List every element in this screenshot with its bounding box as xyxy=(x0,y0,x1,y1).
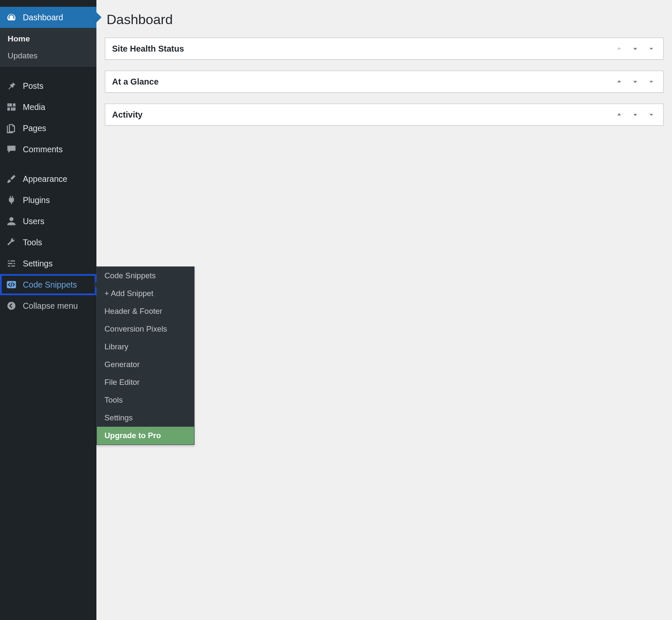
flyout-item-add-snippet[interactable]: + Add Snippet xyxy=(97,285,194,302)
sidebar-item-appearance[interactable]: Appearance xyxy=(0,168,96,189)
postbox-actions xyxy=(614,110,656,120)
postbox-header: Activity xyxy=(105,104,663,125)
submenu-item-home[interactable]: Home xyxy=(0,30,96,47)
sidebar-item-code-snippets[interactable]: Code Snippets xyxy=(0,274,96,295)
move-up-icon[interactable] xyxy=(614,110,624,120)
flyout-item-settings[interactable]: Settings xyxy=(97,409,194,427)
flyout-item-file-editor[interactable]: File Editor xyxy=(97,373,194,391)
move-down-icon[interactable] xyxy=(630,77,640,87)
flyout-item-upgrade[interactable]: Upgrade to Pro xyxy=(97,427,194,444)
sidebar-item-label: Dashboard xyxy=(23,13,91,22)
sidebar-item-dashboard[interactable]: Dashboard xyxy=(0,7,96,28)
sidebar-item-label: Settings xyxy=(23,259,91,269)
flyout-item-code-snippets[interactable]: Code Snippets xyxy=(97,267,194,285)
flyout-item-library[interactable]: Library xyxy=(97,338,194,356)
sidebar-separator xyxy=(0,67,96,75)
flyout-item-header-footer[interactable]: Header & Footer xyxy=(97,302,194,320)
sliders-icon xyxy=(6,258,17,269)
sidebar-item-pages[interactable]: Pages xyxy=(0,118,96,139)
dashboard-icon xyxy=(6,12,17,23)
pages-icon xyxy=(6,123,17,134)
sidebar-item-posts[interactable]: Posts xyxy=(0,75,96,96)
page-title: Dashboard xyxy=(107,12,664,27)
svg-point-1 xyxy=(7,302,15,310)
sidebar-item-label: Posts xyxy=(23,81,91,91)
move-up-icon[interactable] xyxy=(614,77,624,87)
flyout-item-conversion-pixels[interactable]: Conversion Pixels xyxy=(97,320,194,338)
toggle-icon[interactable] xyxy=(646,44,656,54)
move-up-icon xyxy=(614,44,624,54)
postbox-at-a-glance: At a Glance xyxy=(105,71,664,93)
admin-sidebar: Dashboard Home Updates Posts Media Pages xyxy=(0,0,96,620)
move-down-icon[interactable] xyxy=(630,110,640,120)
sidebar-item-settings[interactable]: Settings xyxy=(0,253,96,274)
sidebar-separator xyxy=(0,160,96,168)
users-icon xyxy=(6,216,17,227)
collapse-icon xyxy=(6,300,17,311)
sidebar-item-comments[interactable]: Comments xyxy=(0,139,96,160)
sidebar-item-label: Users xyxy=(23,217,91,226)
sidebar-item-label: Appearance xyxy=(23,174,91,184)
sidebar-item-label: Media xyxy=(23,102,91,112)
move-down-icon[interactable] xyxy=(630,44,640,54)
code-snippets-flyout: Code Snippets + Add Snippet Header & Foo… xyxy=(96,266,195,445)
sidebar-item-label: Pages xyxy=(23,123,91,133)
flyout-item-generator[interactable]: Generator xyxy=(97,356,194,373)
sidebar-item-label: Plugins xyxy=(23,195,91,205)
toggle-icon[interactable] xyxy=(646,77,656,87)
media-icon xyxy=(6,102,17,112)
brush-icon xyxy=(6,173,17,184)
postbox-actions xyxy=(614,77,656,87)
pin-icon xyxy=(6,80,17,91)
toggle-icon[interactable] xyxy=(646,110,656,120)
sidebar-item-label: Comments xyxy=(23,145,91,154)
code-icon xyxy=(6,279,17,290)
sidebar-item-label: Collapse menu xyxy=(23,301,91,311)
sidebar-collapse-menu[interactable]: Collapse menu xyxy=(0,295,96,316)
sidebar-item-plugins[interactable]: Plugins xyxy=(0,189,96,211)
flyout-item-tools[interactable]: Tools xyxy=(97,391,194,409)
postbox-title: Activity xyxy=(112,110,143,120)
active-arrow-icon xyxy=(96,12,101,22)
postbox-site-health: Site Health Status xyxy=(105,38,664,60)
submenu-item-updates[interactable]: Updates xyxy=(0,47,96,64)
sidebar-item-media[interactable]: Media xyxy=(0,96,96,118)
sidebar-item-label: Code Snippets xyxy=(23,280,91,290)
postbox-header: Site Health Status xyxy=(105,38,663,59)
plug-icon xyxy=(6,195,17,206)
sidebar-item-users[interactable]: Users xyxy=(0,211,96,232)
wrench-icon xyxy=(6,237,17,248)
postbox-header: At a Glance xyxy=(105,71,663,92)
flyout-arrow-icon xyxy=(93,281,97,288)
sidebar-topbar xyxy=(0,0,96,7)
postbox-title: At a Glance xyxy=(112,77,159,87)
sidebar-item-tools[interactable]: Tools xyxy=(0,232,96,253)
postbox-title: Site Health Status xyxy=(112,44,184,54)
postbox-activity: Activity xyxy=(105,104,664,126)
postbox-actions xyxy=(614,44,656,54)
sidebar-item-label: Tools xyxy=(23,238,91,247)
dashboard-submenu: Home Updates xyxy=(0,28,96,67)
comments-icon xyxy=(6,144,17,155)
